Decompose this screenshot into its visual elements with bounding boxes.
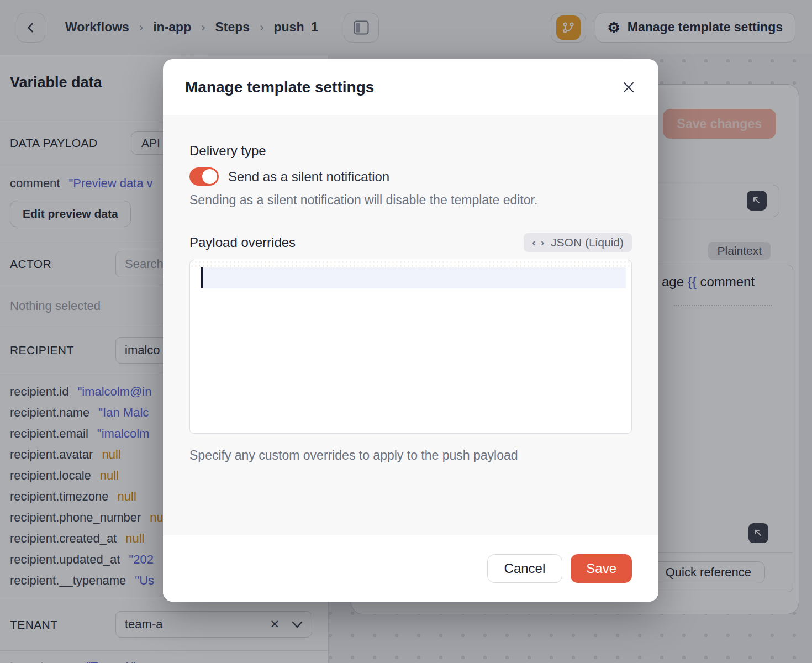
toggle-knob — [202, 169, 217, 184]
payload-overrides-heading: Payload overrides — [189, 235, 296, 250]
close-button[interactable] — [621, 80, 636, 95]
app-screen: Workflows › in-app › Steps › push_1 › — [0, 0, 812, 663]
silent-notification-label: Send as a silent notification — [228, 169, 389, 185]
language-badge-label: JSON (Liquid) — [551, 236, 624, 249]
silent-notification-toggle[interactable] — [189, 167, 219, 186]
language-badge: ‹ › JSON (Liquid) — [524, 233, 632, 252]
text-cursor — [201, 267, 203, 288]
modal-header: Manage template settings — [163, 59, 658, 115]
delivery-type-note: Sending as a silent notification will di… — [189, 193, 632, 208]
delivery-type-heading: Delivery type — [189, 143, 632, 159]
code-icon: ‹ › — [532, 236, 545, 249]
silent-notification-row: Send as a silent notification — [189, 167, 632, 186]
manage-template-settings-modal: Manage template settings Delivery type S… — [163, 59, 658, 602]
payload-overrides-heading-row: Payload overrides ‹ › JSON (Liquid) — [189, 233, 632, 252]
payload-overrides-helper: Specify any custom overrides to apply to… — [189, 448, 632, 463]
editor-active-line — [201, 267, 626, 288]
payload-overrides-editor[interactable] — [189, 260, 632, 434]
modal-title: Manage template settings — [185, 78, 374, 96]
cancel-button[interactable]: Cancel — [487, 554, 563, 583]
save-button[interactable]: Save — [571, 554, 632, 583]
modal-body: Delivery type Send as a silent notificat… — [163, 115, 658, 535]
close-icon — [621, 80, 636, 95]
modal-footer: Cancel Save — [163, 535, 658, 602]
